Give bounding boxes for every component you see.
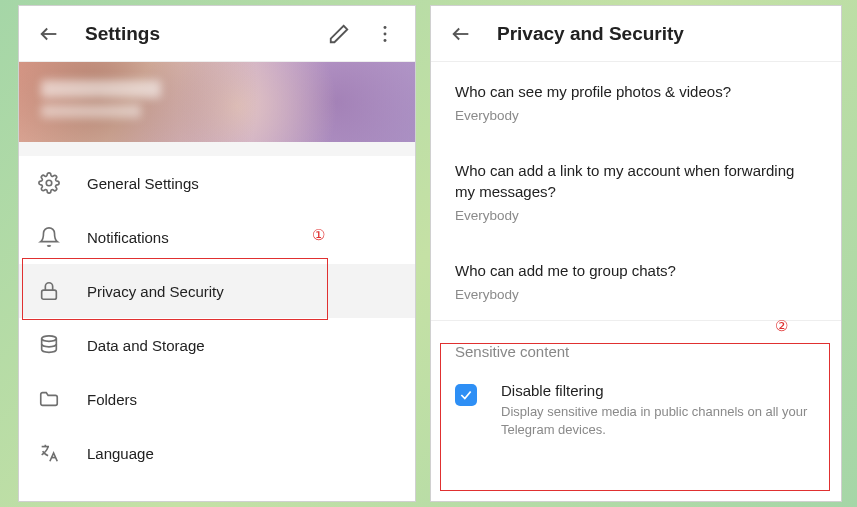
- menu-label: Notifications: [87, 229, 169, 246]
- svg-point-1: [384, 26, 387, 29]
- sidebar-item-language[interactable]: Language: [19, 426, 415, 480]
- toggle-title: Disable filtering: [501, 382, 817, 399]
- row-value: Everybody: [455, 287, 817, 302]
- sidebar-item-folders[interactable]: Folders: [19, 372, 415, 426]
- language-icon: [37, 441, 61, 465]
- privacy-header: Privacy and Security: [431, 6, 841, 62]
- privacy-title: Privacy and Security: [487, 23, 831, 45]
- sidebar-item-notifications[interactable]: Notifications: [19, 210, 415, 264]
- menu-label: Privacy and Security: [87, 283, 224, 300]
- checkbox-checked[interactable]: [455, 384, 477, 406]
- row-title: Who can add me to group chats?: [455, 261, 817, 281]
- settings-menu: General Settings Notifications Privacy a…: [19, 156, 415, 480]
- settings-header: Settings: [19, 6, 415, 62]
- back-button[interactable]: [441, 14, 481, 54]
- edit-button[interactable]: [319, 14, 359, 54]
- profile-name-placeholder: [41, 80, 161, 98]
- toggle-disable-filtering[interactable]: Disable filtering Display sensitive medi…: [455, 366, 817, 463]
- menu-label: Data and Storage: [87, 337, 205, 354]
- pencil-icon: [328, 23, 350, 45]
- section-sensitive-content: Sensitive content: [455, 321, 817, 366]
- privacy-panel: Privacy and Security Who can see my prof…: [430, 5, 842, 502]
- more-button[interactable]: [365, 14, 405, 54]
- arrow-left-icon: [450, 23, 472, 45]
- profile-banner[interactable]: [19, 62, 415, 142]
- more-vertical-icon: [374, 23, 396, 45]
- row-title: Who can add a link to my account when fo…: [455, 161, 817, 202]
- svg-point-6: [42, 336, 57, 342]
- database-icon: [37, 333, 61, 357]
- menu-label: Folders: [87, 391, 137, 408]
- gear-icon: [37, 171, 61, 195]
- row-value: Everybody: [455, 108, 817, 123]
- back-button[interactable]: [29, 14, 69, 54]
- toggle-description: Display sensitive media in public channe…: [501, 403, 817, 439]
- row-title: Who can see my profile photos & videos?: [455, 82, 817, 102]
- menu-label: Language: [87, 445, 154, 462]
- bell-icon: [37, 225, 61, 249]
- svg-rect-5: [42, 290, 57, 299]
- svg-point-3: [384, 38, 387, 41]
- privacy-row-profile-photos[interactable]: Who can see my profile photos & videos? …: [455, 62, 817, 141]
- profile-image-blur: [19, 62, 415, 142]
- menu-label: General Settings: [87, 175, 199, 192]
- settings-title: Settings: [75, 23, 313, 45]
- sidebar-item-general[interactable]: General Settings: [19, 156, 415, 210]
- svg-point-2: [384, 32, 387, 35]
- svg-point-4: [46, 180, 52, 186]
- privacy-row-forward-link[interactable]: Who can add a link to my account when fo…: [455, 141, 817, 241]
- section-gap: [19, 142, 415, 156]
- row-value: Everybody: [455, 208, 817, 223]
- arrow-left-icon: [38, 23, 60, 45]
- folder-icon: [37, 387, 61, 411]
- privacy-body: Who can see my profile photos & videos? …: [431, 62, 841, 463]
- toggle-text: Disable filtering Display sensitive medi…: [501, 382, 817, 439]
- lock-icon: [37, 279, 61, 303]
- check-icon: [459, 388, 473, 402]
- sidebar-item-data-storage[interactable]: Data and Storage: [19, 318, 415, 372]
- profile-status-placeholder: [41, 104, 141, 118]
- sidebar-item-privacy[interactable]: Privacy and Security: [19, 264, 415, 318]
- settings-panel: Settings General Settings Notifications: [18, 5, 416, 502]
- privacy-row-group-chats[interactable]: Who can add me to group chats? Everybody: [455, 241, 817, 320]
